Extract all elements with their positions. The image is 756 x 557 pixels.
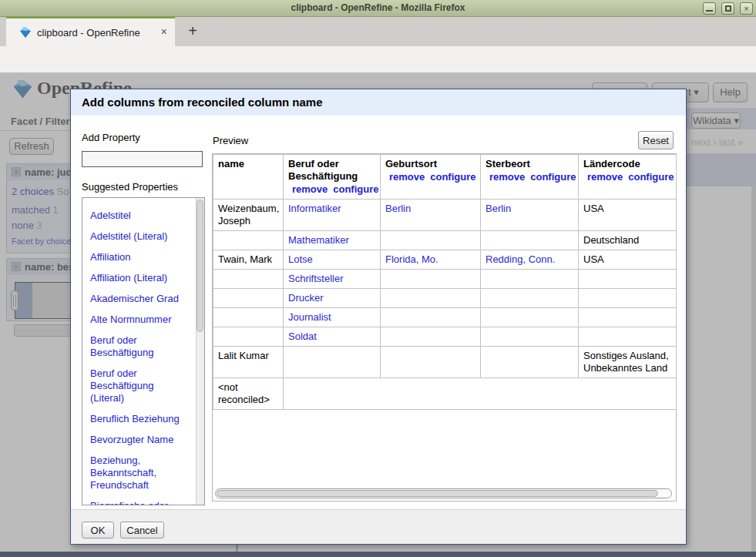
tab-clipboard-openrefine[interactable]: clipboard - OpenRefine × xyxy=(6,17,175,46)
tab-close-icon[interactable]: × xyxy=(161,25,167,38)
add-property-label: Add Property xyxy=(82,132,140,143)
cell-value-link[interactable]: Schriftsteller xyxy=(288,273,344,284)
preview-cell xyxy=(481,327,579,347)
cell-value-link[interactable]: Soldat xyxy=(288,331,317,342)
cell-value-link[interactable]: Mathematiker xyxy=(288,234,349,246)
suggested-properties-items: AdelstitelAdelstitel (Literal)Affiliatio… xyxy=(82,198,189,505)
column-title: Beruf oder Beschäftigung xyxy=(288,158,375,183)
configure-link[interactable]: configure xyxy=(530,171,576,183)
add-property-input[interactable] xyxy=(82,151,203,167)
preview-cell: <not reconciled> xyxy=(213,378,284,410)
suggested-property-link[interactable]: Akademischer Grad xyxy=(90,293,189,305)
cell-value-link[interactable]: Journalist xyxy=(288,311,331,323)
preview-cell: Weizenbaum, Joseph xyxy=(213,200,284,231)
preview-column-header: Ländercoderemoveconfigure xyxy=(579,155,677,200)
preview-hscrollbar-thumb[interactable] xyxy=(217,490,658,497)
cell-value-link[interactable]: Florida, Mo. xyxy=(385,253,438,265)
cell-value-link[interactable]: Drucker xyxy=(288,292,324,304)
preview-cell: Sonstiges Ausland, Unbekanntes Land xyxy=(579,347,677,378)
preview-cell: USA xyxy=(579,250,677,270)
preview-cell: Journalist xyxy=(284,308,381,327)
preview-cell: Berlin xyxy=(481,200,579,231)
suggested-property-link[interactable]: Beruflich Beziehung xyxy=(90,413,189,425)
remove-link[interactable]: remove xyxy=(587,171,623,183)
preview-label: Preview xyxy=(213,135,248,146)
preview-column-header: Beruf oder Beschäftigungremoveconfigure xyxy=(284,155,381,200)
preview-cell: Informatiker xyxy=(284,200,381,231)
preview-cell: Florida, Mo. xyxy=(381,250,481,270)
configure-link[interactable]: configure xyxy=(333,183,378,195)
preview-cell: Redding, Conn. xyxy=(481,250,579,270)
list-scrollbar-track[interactable] xyxy=(196,198,204,505)
cell-value-link[interactable]: Berlin xyxy=(385,203,411,214)
preview-cell xyxy=(213,289,284,308)
tab-title: clipboard - OpenRefine xyxy=(37,27,140,39)
preview-row: Schriftsteller xyxy=(213,270,677,289)
preview-cell xyxy=(381,308,481,327)
preview-cell: Lotse xyxy=(284,250,381,270)
suggested-properties-label: Suggested Properties xyxy=(82,181,178,193)
configure-link[interactable]: configure xyxy=(430,171,475,183)
suggested-property-link[interactable]: Adelstitel (Literal) xyxy=(90,230,189,243)
suggested-property-link[interactable]: Adelstitel xyxy=(90,210,189,222)
preview-cell xyxy=(481,270,579,289)
page-content: OpenRefine Export ▾ Help Facet / Filter … xyxy=(0,73,756,557)
preview-cell xyxy=(213,270,284,289)
preview-hscrollbar-track[interactable] xyxy=(215,488,672,498)
preview-cell xyxy=(579,327,677,347)
close-icon: × xyxy=(744,4,748,13)
remove-link[interactable]: remove xyxy=(489,171,525,183)
suggested-property-link[interactable]: Bevorzugter Name xyxy=(90,434,189,446)
preview-cell xyxy=(579,289,677,308)
cell-value-link[interactable]: Lotse xyxy=(288,253,313,265)
preview-cell xyxy=(381,289,481,308)
preview-cell xyxy=(381,231,481,250)
minimize-icon xyxy=(706,10,713,12)
column-title: Ländercode xyxy=(583,158,671,170)
preview-row: Lalit KumarSonstiges Ausland, Unbekannte… xyxy=(213,347,677,378)
column-title: Sterbeort xyxy=(486,158,573,170)
cell-value-link[interactable]: Berlin xyxy=(486,203,511,214)
maximize-button[interactable] xyxy=(721,2,734,15)
suggested-property-link[interactable]: Affiliation xyxy=(90,251,189,263)
configure-link[interactable]: configure xyxy=(628,171,674,183)
minimize-button[interactable] xyxy=(703,2,716,15)
preview-row: Soldat xyxy=(213,327,677,347)
preview-cell xyxy=(381,270,481,289)
add-columns-dialog: Add columns from reconciled column name … xyxy=(70,89,687,545)
preview-cell: Twain, Mark xyxy=(213,250,284,270)
list-scrollbar-thumb[interactable] xyxy=(197,200,203,332)
preview-row: Weizenbaum, JosephInformatikerBerlinBerl… xyxy=(213,200,677,231)
suggested-property-link[interactable]: Beruf oder Beschäftigung (Literal) xyxy=(90,367,189,404)
suggested-property-link[interactable]: Biografische oder historische Angaben xyxy=(90,500,189,505)
cancel-button[interactable]: Cancel xyxy=(120,522,164,539)
suggested-property-link[interactable]: Beziehung, Bekanntschaft, Freundschaft xyxy=(90,455,189,492)
ok-button[interactable]: OK xyxy=(82,522,114,539)
preview-cell: Schriftsteller xyxy=(284,270,381,289)
preview-cell: Soldat xyxy=(284,327,381,347)
preview-column-header: Geburtsortremoveconfigure xyxy=(381,155,481,200)
dialog-title: Add columns from reconciled column name xyxy=(82,96,323,109)
preview-cell-empty xyxy=(284,378,677,410)
preview-cell xyxy=(213,308,284,327)
cell-value-link[interactable]: Redding, Conn. xyxy=(486,253,555,265)
close-button[interactable]: × xyxy=(740,2,753,15)
suggested-property-link[interactable]: Affiliation (Literal) xyxy=(90,272,189,284)
preview-cell: Drucker xyxy=(284,289,381,308)
dialog-header: Add columns from reconciled column name xyxy=(71,89,686,116)
preview-cell xyxy=(481,308,579,327)
column-title: Geburtsort xyxy=(385,158,475,170)
preview-cell: USA xyxy=(579,200,677,231)
tab-bar: clipboard - OpenRefine × + xyxy=(0,17,756,46)
suggested-properties-list: AdelstitelAdelstitel (Literal)Affiliatio… xyxy=(82,197,205,505)
reset-button[interactable]: Reset xyxy=(638,131,674,149)
preview-row: Twain, MarkLotseFlorida, Mo.Redding, Con… xyxy=(213,250,677,270)
suggested-property-link[interactable]: Beruf oder Beschäftigung xyxy=(90,334,189,359)
new-tab-button[interactable]: + xyxy=(183,22,203,42)
remove-link[interactable]: remove xyxy=(389,171,425,183)
preview-table: nameBeruf oder Beschäftigungremoveconfig… xyxy=(213,154,677,410)
remove-link[interactable]: remove xyxy=(292,183,328,195)
cell-value-link[interactable]: Informatiker xyxy=(288,203,341,214)
preview-column-header: name xyxy=(213,155,284,200)
suggested-property-link[interactable]: Alte Normnummer xyxy=(90,314,189,326)
